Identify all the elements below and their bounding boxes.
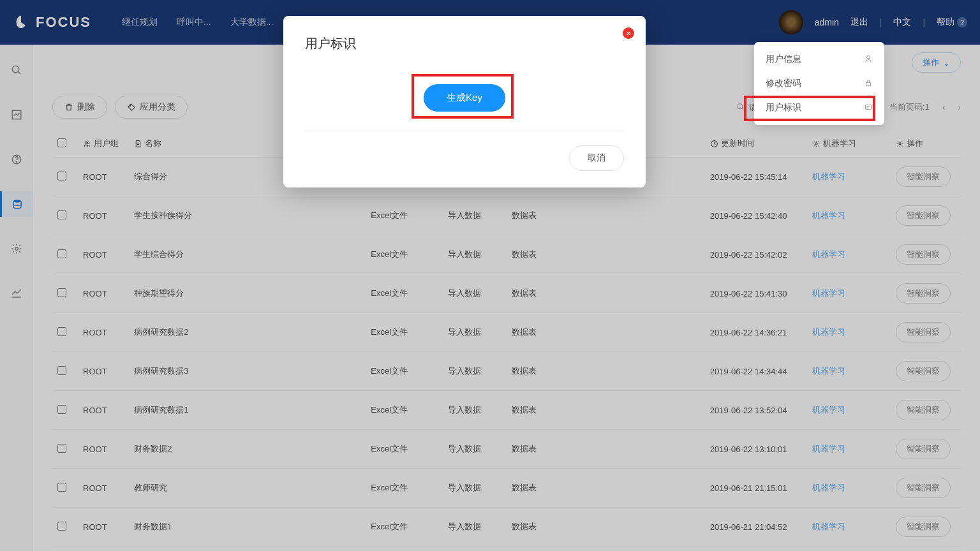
svg-point-21 (867, 55, 870, 59)
user-identity-modal: ✕ 用户标识 生成Key 取消 (283, 16, 646, 187)
user-menu: 用户信息 修改密码 用户标识 (754, 42, 884, 125)
user-menu-password[interactable]: 修改密码 (754, 71, 884, 96)
generate-key-button[interactable]: 生成Key (424, 84, 505, 112)
cancel-button[interactable]: 取消 (569, 145, 624, 171)
svg-rect-22 (866, 82, 871, 85)
user-menu-info[interactable]: 用户信息 (754, 47, 884, 71)
svg-rect-23 (865, 105, 871, 109)
modal-title: 用户标识 (305, 35, 624, 52)
badge-icon (864, 103, 873, 114)
lock-icon (864, 78, 873, 89)
modal-close-button[interactable]: ✕ (623, 27, 634, 39)
person-icon (864, 54, 873, 65)
user-menu-identity[interactable]: 用户标识 (754, 96, 884, 120)
